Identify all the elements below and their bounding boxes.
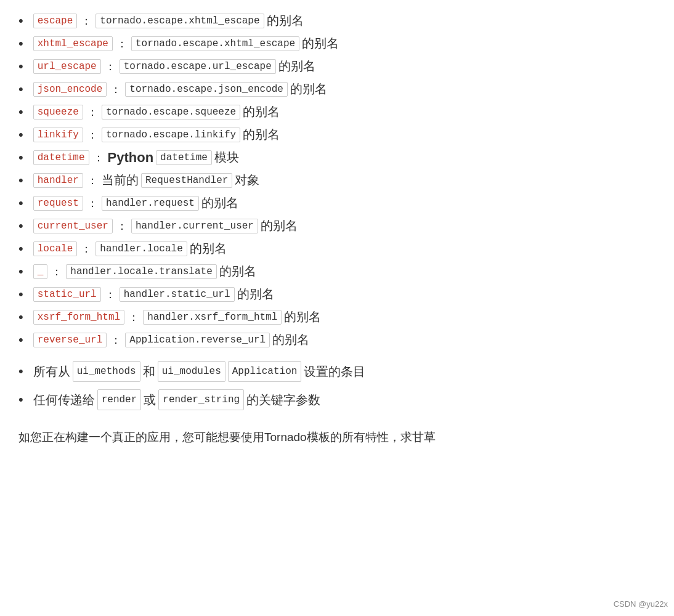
val-xhtml-escape: tornado.escape.xhtml_escape [131,36,299,51]
key-xsrf-form-html: xsrf_form_html [33,310,124,325]
key-datetime: datetime [33,150,89,165]
val-url-escape: tornado.escape.url_escape [120,59,276,74]
key-squeeze: squeeze [33,105,83,120]
main-list: • escape ： tornado.escape.xhtml_escape 的… [18,12,656,348]
bullet-icon: • [18,310,23,324]
list-item: • handler ： 当前的 RequestHandler 对象 [18,172,656,188]
key-linkify: linkify [33,128,83,142]
key-handler: handler [33,173,83,188]
list-item: • escape ： tornado.escape.xhtml_escape 的… [18,12,656,29]
val-xsrf-form-html: handler.xsrf_form_html [143,310,282,325]
list-item: • static_url ： handler.static_url 的别名 [18,286,656,302]
list-item: • request ： handler.request 的别名 [18,195,656,211]
val-datetime: datetime [156,150,212,165]
list-item: • _ ： handler.locale.translate 的别名 [18,263,656,280]
bottom-item-1: • 所有从 ui_methods 和 ui_modules Applicatio… [18,360,656,383]
list-item: • linkify ： tornado.escape.linkify 的别名 [18,126,656,143]
list-item: • xsrf_form_html ： handler.xsrf_form_htm… [18,309,656,325]
val-locale: handler.locale [95,241,187,256]
val-current-user: handler.current_user [131,219,258,233]
bullet-icon: • [18,14,23,28]
val-escape: tornado.escape.xhtml_escape [95,14,264,28]
key-current-user: current_user [33,219,113,233]
val-json-encode: tornado.escape.json_encode [125,82,288,97]
code-ui-methods: ui_methods [73,361,140,383]
bullet-icon: • [18,37,23,51]
key-escape: escape [33,14,78,28]
bullet-icon: • [18,393,23,407]
bottom-item-2: • 任何传递给 render 或 render_string 的关键字参数 [18,389,656,411]
bullet-icon: • [18,197,23,210]
val-static-url: handler.static_url [120,287,235,302]
code-render: render [97,389,142,411]
bullet-icon: • [18,365,23,378]
bullet-icon: • [18,128,23,142]
key-static-url: static_url [33,287,101,302]
val-squeeze: tornado.escape.squeeze [102,105,240,120]
watermark: CSDN @yu22x [614,599,668,609]
val-reverse-url: Application.reverse_url [125,333,270,347]
bullet-icon: • [18,83,23,96]
key-locale: locale [33,241,78,256]
val-underscore: handler.locale.translate [66,264,216,279]
key-xhtml-escape: xhtml_escape [33,36,113,51]
code-application: Application [228,361,302,383]
list-item: • squeeze ： tornado.escape.squeeze 的别名 [18,103,656,120]
bullet-icon: • [18,242,23,256]
bullet-icon: • [18,151,23,164]
key-reverse-url: reverse_url [33,333,107,347]
code-ui-modules: ui_modules [158,361,225,383]
list-item: • datetime ： Python datetime 模块 [18,149,656,166]
list-item: • current_user ： handler.current_user 的别… [18,217,656,234]
val-linkify: tornado.escape.linkify [102,128,240,142]
key-underscore: _ [33,264,48,279]
bullet-icon: • [18,174,23,187]
list-item: • reverse_url ： Application.reverse_url … [18,331,656,348]
bullet-icon: • [18,333,23,347]
key-json-encode: json_encode [33,82,107,97]
val-handler: RequestHandler [141,173,232,188]
bullet-icon: • [18,219,23,233]
bullet-icon: • [18,288,23,301]
bullet-icon: • [18,105,23,119]
bullet-icon: • [18,60,23,73]
key-request: request [33,196,83,211]
list-item: • json_encode ： tornado.escape.json_enco… [18,81,656,97]
bullet-icon: • [18,265,23,278]
code-render-string: render_string [158,389,244,411]
footer-text: 如您正在构建一个真正的应用，您可能想要使用Tornado模板的所有特性，求甘草 [18,431,436,444]
bottom-section: • 所有从 ui_methods 和 ui_modules Applicatio… [18,360,656,411]
list-item: • locale ： handler.locale 的别名 [18,240,656,257]
key-url-escape: url_escape [33,59,101,74]
list-item: • xhtml_escape ： tornado.escape.xhtml_es… [18,35,656,52]
val-request: handler.request [102,196,199,211]
prefix-python: Python [108,150,154,166]
footer-section: 如您正在构建一个真正的应用，您可能想要使用Tornado模板的所有特性，求甘草 [18,429,656,445]
list-item: • url_escape ： tornado.escape.url_escape… [18,58,656,75]
